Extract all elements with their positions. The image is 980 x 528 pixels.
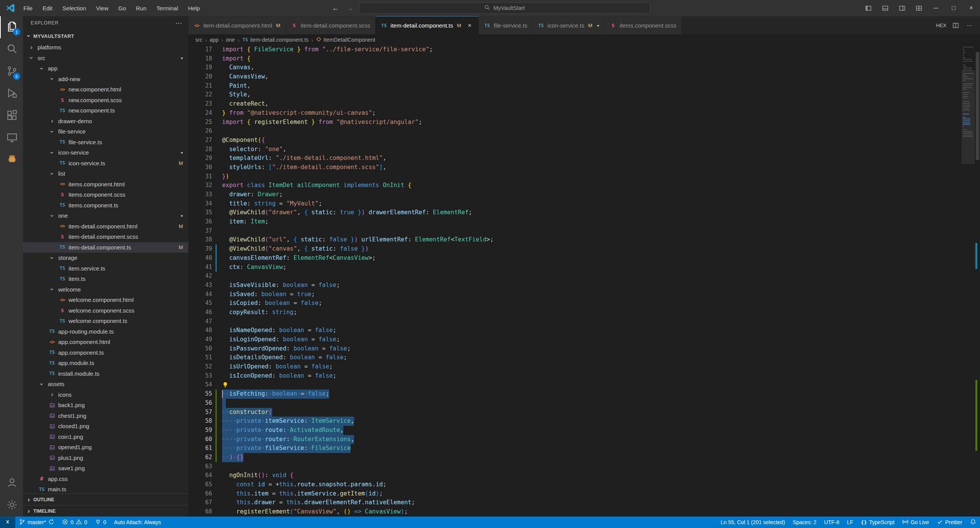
file-items.component.ts[interactable]: TSitems.component.ts [23,200,188,211]
toggle-sidebar-icon[interactable] [860,0,877,16]
maximize-button[interactable]: □ [945,0,962,16]
file-item-detail.component.html[interactable]: <>item-detail.component.htmlM [23,221,188,232]
file-main.ts[interactable]: TSmain.ts [23,484,188,494]
file-items.component.html[interactable]: <>items.component.html [23,179,188,190]
file-new.component.ts[interactable]: TSnew.component.ts [23,105,188,116]
menu-terminal[interactable]: Terminal [152,0,183,16]
tab-file-service.ts[interactable]: TSfile-service.ts [479,16,533,34]
section-outline[interactable]: OUTLINE [23,494,188,505]
status-cursor-position[interactable]: Ln 55, Col 1 (201 selected) [717,517,789,528]
file-welcome.component.ts[interactable]: TSwelcome.component.ts [23,316,188,326]
file-chest1.png[interactable]: chest1.png [23,411,188,421]
more-actions-icon[interactable]: ⋯ [175,19,182,27]
file-welcome.component.html[interactable]: <>welcome.component.html [23,295,188,305]
menu-go[interactable]: Go [113,0,131,16]
menu-selection[interactable]: Selection [57,0,91,16]
status-auto-attach[interactable]: Auto Attach: Always [110,517,165,528]
status-notifications[interactable] [966,517,980,528]
status-indentation[interactable]: Spaces: 2 [789,517,820,528]
breadcrumb-item[interactable]: TSitem-detail.component.ts [242,37,309,43]
tab-item-detail.component.scss[interactable]: Sitem-detail.component.scss [286,16,376,34]
folder-icons[interactable]: icons [23,389,188,400]
file-item.service.ts[interactable]: TSitem.service.ts [23,263,188,274]
file-new.component.html[interactable]: <>new.component.html [23,84,188,95]
breadcrumb-item[interactable]: app [210,37,219,43]
editor-scrollbar[interactable] [975,45,980,517]
file-icon-service.ts[interactable]: TSicon-service.tsM [23,158,188,169]
folder-list[interactable]: list [23,168,188,179]
tab-items.component.scss[interactable]: Sitems.component.scss [604,16,681,34]
folder-one[interactable]: one● [23,210,188,221]
file-opened1.png[interactable]: opened1.png [23,442,188,453]
more-actions-button[interactable]: ⋯ [963,19,975,32]
file-closed1.png[interactable]: closed1.png [23,421,188,432]
split-editor-icon[interactable] [949,19,962,32]
breadcrumb-item[interactable]: ItemDetailComponent [316,36,375,43]
file-app.component.ts[interactable]: TSapp.component.ts [23,347,188,358]
status-language-mode[interactable]: {}TypeScript [857,517,898,528]
folder-add-new[interactable]: add-new [23,74,188,85]
dirty-dot-icon[interactable]: ● [597,23,599,28]
file-plus1.png[interactable]: plus1.png [23,453,188,463]
activity-settings[interactable] [0,494,23,517]
file-item.ts[interactable]: TSitem.ts [23,274,188,284]
toggle-panel-icon[interactable] [877,0,893,16]
lightbulb-icon[interactable] [222,381,230,388]
section-timeline[interactable]: TIMELINE [23,505,188,517]
file-items.component.scss[interactable]: Sitems.component.scss [23,189,188,200]
status-remote-indicator[interactable] [0,517,15,528]
folder-welcome[interactable]: welcome [23,284,188,295]
close-tab-icon[interactable]: × [466,22,474,29]
activity-accounts[interactable] [0,472,23,494]
customize-layout-icon[interactable] [910,0,927,16]
back-button[interactable]: ← [330,4,341,12]
menu-file[interactable]: File [18,0,38,16]
command-center[interactable]: MyVaultStart [359,2,650,14]
minimap-slider[interactable] [962,70,975,164]
minimap[interactable] [962,45,975,517]
activity-extensions[interactable] [0,105,23,127]
menu-help[interactable]: Help [183,0,205,16]
file-app.module.ts[interactable]: TSapp.module.ts [23,358,188,368]
folder-src[interactable]: src● [23,53,188,64]
menu-edit[interactable]: Edit [38,0,57,16]
file-app.css[interactable]: #app.css [23,474,188,484]
file-back1.png[interactable]: back1.png [23,400,188,411]
activity-search[interactable] [0,38,23,60]
folder-icon-service[interactable]: icon-service● [23,147,188,158]
toggle-secondary-sidebar-icon[interactable] [893,0,910,16]
folder-assets[interactable]: assets [23,379,188,389]
file-file-service.ts[interactable]: TSfile-service.ts [23,137,188,148]
tab-icon-service.ts[interactable]: TSicon-service.tsM● [532,16,604,34]
status-go-live[interactable]: Go Live [898,517,933,528]
activity-remote-explorer[interactable] [0,127,23,149]
breadcrumb-item[interactable]: src [195,37,203,43]
activity-run-debug[interactable] [0,83,23,105]
project-section-header[interactable]: MYVAULTSTART [23,30,188,42]
file-new.component.scss[interactable]: Snew.component.scss [23,95,188,106]
tab-item-detail.component.ts[interactable]: TSitem-detail.component.tsM× [376,16,479,34]
breadcrumb-item[interactable]: one [226,37,235,43]
file-app.component.html[interactable]: <>app.component.html [23,337,188,347]
close-button[interactable]: × [962,0,980,16]
forward-button[interactable]: → [345,4,355,12]
status-problems[interactable]: 00 [58,517,91,528]
activity-explorer[interactable]: 1 [0,16,23,38]
activity-honeypot-extension[interactable] [0,149,23,171]
file-welcome.component.scss[interactable]: Swelcome.component.scss [23,305,188,316]
hex-button[interactable]: HEX [934,19,948,32]
folder-app[interactable]: app [23,63,188,74]
status-encoding[interactable]: UTF-8 [820,517,843,528]
minimize-button[interactable]: ─ [927,0,945,16]
status-git-branch[interactable]: master* [15,517,58,528]
folder-file-service[interactable]: file-service [23,126,188,137]
file-save1.png[interactable]: save1.png [23,463,188,474]
file-item-detail.component.scss[interactable]: Sitem-detail.component.scss [23,231,188,242]
folder-drawer-demo[interactable]: drawer-demo [23,116,188,127]
activity-source-control[interactable]: 5 [0,60,23,83]
menu-run[interactable]: Run [131,0,152,16]
tab-item-detail.component.html[interactable]: <>item-detail.component.htmlM [188,16,286,34]
scrollbar-slider[interactable] [976,52,979,160]
status-ports[interactable]: 0 [91,517,110,528]
file-item-detail.component.ts[interactable]: TSitem-detail.component.tsM [23,242,188,253]
